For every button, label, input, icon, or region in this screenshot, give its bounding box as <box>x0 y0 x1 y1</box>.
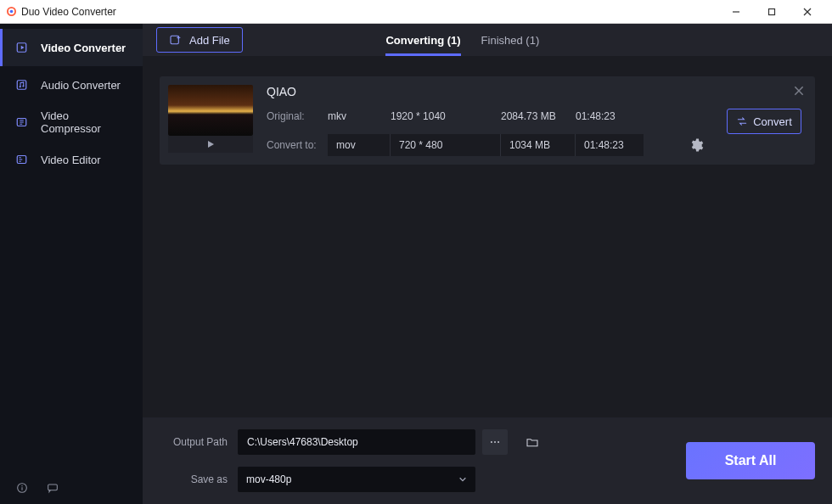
original-resolution: 1920 * 1040 <box>391 110 501 122</box>
titlebar: Duo Video Converter <box>0 0 832 24</box>
convert-button-label: Convert <box>753 115 792 128</box>
browse-path-button[interactable] <box>482 429 508 455</box>
settings-gear-icon[interactable] <box>689 137 704 153</box>
video-compressor-icon <box>15 115 31 130</box>
output-path-label: Output Path <box>160 436 231 448</box>
convert-icon <box>736 115 748 127</box>
svg-point-9 <box>22 85 24 87</box>
video-converter-icon <box>15 40 31 55</box>
preview-play-button[interactable] <box>168 136 253 153</box>
save-as-select[interactable]: mov-480p <box>238 467 475 492</box>
footer: Output Path C:\Users\47683\Desktop Save … <box>143 417 832 504</box>
chevron-down-icon <box>458 475 467 484</box>
sidebar-item-video-converter[interactable]: Video Converter <box>0 29 143 66</box>
add-file-label: Add File <box>189 34 230 47</box>
sidebar-item-video-compressor[interactable]: Video Compressor <box>0 104 143 141</box>
svg-rect-16 <box>171 36 178 43</box>
file-name: QIAO <box>267 85 713 98</box>
sidebar-item-label: Audio Converter <box>41 79 121 92</box>
remove-file-button[interactable] <box>793 85 805 97</box>
sidebar-item-label: Video Editor <box>41 154 101 166</box>
maximize-button[interactable] <box>754 0 790 24</box>
svg-rect-3 <box>769 8 775 14</box>
sidebar: Video Converter Audio Converter Video Co… <box>0 24 143 504</box>
open-folder-button[interactable] <box>520 429 545 455</box>
convert-size-value: 1034 MB <box>501 134 576 156</box>
minimize-button[interactable] <box>718 0 754 24</box>
svg-point-8 <box>20 86 21 87</box>
feedback-icon[interactable] <box>46 481 59 495</box>
save-as-label: Save as <box>160 473 231 485</box>
info-icon[interactable] <box>15 481 29 495</box>
add-file-icon <box>169 33 183 47</box>
video-editor-icon <box>15 152 31 167</box>
convert-duration-value: 01:48:23 <box>576 134 644 156</box>
sidebar-item-label: Video Converter <box>41 42 126 54</box>
svg-rect-7 <box>17 81 26 90</box>
sidebar-item-audio-converter[interactable]: Audio Converter <box>0 66 143 104</box>
svg-point-22 <box>494 441 496 443</box>
svg-point-21 <box>491 441 492 443</box>
svg-rect-15 <box>48 484 58 490</box>
convert-button[interactable]: Convert <box>727 109 801 134</box>
content-area: QIAO Original: mkv 1920 * 1040 2084.73 M… <box>143 56 832 417</box>
sidebar-item-label: Video Compressor <box>41 109 127 135</box>
tab-finished[interactable]: Finished (1) <box>481 24 540 56</box>
convert-to-label: Convert to: <box>267 139 328 151</box>
svg-point-1 <box>10 10 14 14</box>
svg-point-14 <box>21 485 22 486</box>
start-all-button[interactable]: Start All <box>686 442 815 479</box>
original-duration: 01:48:23 <box>576 110 644 122</box>
close-button[interactable] <box>790 0 825 24</box>
topbar: Add File Converting (1) Finished (1) <box>143 24 832 56</box>
original-format: mkv <box>328 110 391 122</box>
audio-converter-icon <box>15 77 31 92</box>
file-card: QIAO Original: mkv 1920 * 1040 2084.73 M… <box>160 76 815 165</box>
add-file-button[interactable]: Add File <box>156 27 243 53</box>
tab-converting[interactable]: Converting (1) <box>385 24 460 56</box>
convert-format-select[interactable]: mov <box>328 134 391 156</box>
output-path-input[interactable]: C:\Users\47683\Desktop <box>238 429 475 455</box>
svg-point-23 <box>498 441 499 443</box>
window-title: Duo Video Converter <box>21 6 116 18</box>
app-logo-icon <box>7 7 16 16</box>
sidebar-item-video-editor[interactable]: Video Editor <box>0 141 143 178</box>
original-label: Original: <box>267 110 328 122</box>
original-size: 2084.73 MB <box>501 110 576 122</box>
convert-resolution-select[interactable]: 720 * 480 <box>391 134 501 156</box>
file-thumbnail <box>168 85 253 136</box>
